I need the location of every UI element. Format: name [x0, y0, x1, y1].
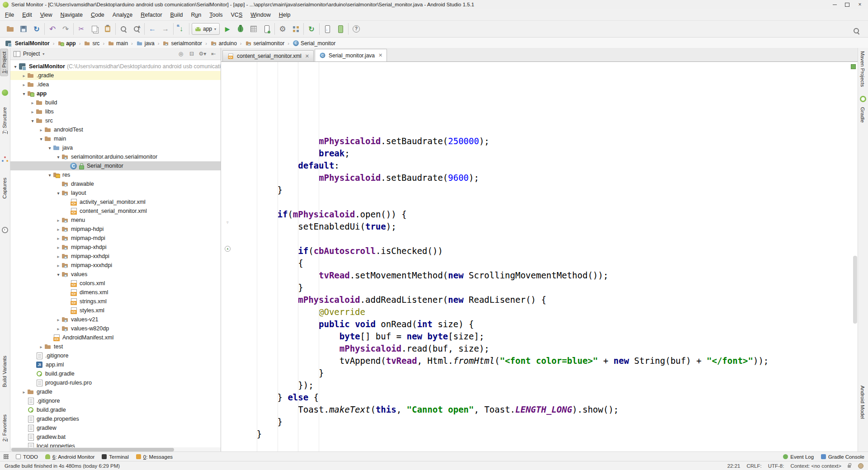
- run-icon[interactable]: ▶: [222, 24, 233, 34]
- undo-icon[interactable]: ↶: [47, 24, 58, 34]
- collapsed-arrow-icon[interactable]: ▸: [21, 390, 27, 395]
- tree-item-strings-xml[interactable]: strings.xml: [10, 297, 221, 306]
- override-gutter-icon[interactable]: ▲: [225, 246, 231, 252]
- project-structure-icon[interactable]: [290, 24, 301, 34]
- tree-item-mipmap-mdpi[interactable]: ▸mipmap-mdpi: [10, 234, 221, 243]
- menu-refactor[interactable]: Refactor: [137, 10, 166, 20]
- menu-navigate[interactable]: Navigate: [57, 10, 87, 20]
- expanded-arrow-icon[interactable]: ▾: [47, 173, 53, 178]
- tree-item-content-serial-monitor-xml[interactable]: content_serial_monitor.xml: [10, 207, 221, 216]
- collapsed-arrow-icon[interactable]: ▸: [55, 326, 61, 331]
- sdk-manager-icon[interactable]: ↓: [322, 24, 333, 34]
- lock-icon[interactable]: [848, 463, 852, 468]
- tool-window-tab-android-model[interactable]: Android Model: [859, 383, 866, 421]
- collapsed-arrow-icon[interactable]: ▸: [55, 227, 61, 232]
- collapsed-arrow-icon[interactable]: ▸: [21, 82, 27, 87]
- tree-item-values-w820dp[interactable]: ▸values-w820dp: [10, 324, 221, 333]
- tree-item-mipmap-xxxhdpi[interactable]: ▸mipmap-xxxhdpi: [10, 261, 221, 270]
- collapsed-arrow-icon[interactable]: ▸: [38, 344, 44, 349]
- tool-window-tab-gradle[interactable]: Gradle: [859, 105, 866, 125]
- maximize-button[interactable]: [841, 0, 854, 9]
- expanded-arrow-icon[interactable]: ▾: [55, 155, 61, 160]
- tool-window-button-terminal[interactable]: Terminal: [102, 454, 128, 460]
- close-button[interactable]: ×: [854, 0, 866, 9]
- android-monitor-green-icon[interactable]: [2, 89, 8, 96]
- tool-window-button-todo[interactable]: TODO: [16, 454, 38, 460]
- cut-icon[interactable]: ✂: [76, 24, 87, 34]
- menu-edit[interactable]: Edit: [18, 10, 36, 20]
- expanded-arrow-icon[interactable]: ▾: [21, 91, 27, 96]
- avd-manager-icon[interactable]: [335, 24, 346, 34]
- menu-vcs[interactable]: VCS: [227, 10, 247, 20]
- breadcrumb-item-serialmonitor[interactable]: serialmonitor: [244, 39, 286, 47]
- tool-window-button-event-log[interactable]: Event Log: [783, 454, 814, 460]
- editor-tab-serial-monitor-java[interactable]: Serial_monitor.java✕: [315, 49, 387, 61]
- tree-item-androidmanifest-xml[interactable]: AndroidManifest.xml: [10, 333, 221, 342]
- tree-item-build-gradle[interactable]: build.gradle: [10, 405, 221, 414]
- copy-icon[interactable]: [89, 24, 100, 34]
- tree-item--gitignore[interactable]: .gitignore: [10, 396, 221, 405]
- back-icon[interactable]: ←: [147, 24, 158, 34]
- tree-item-proguard-rules-pro[interactable]: proguard-rules.pro: [10, 378, 221, 387]
- inspection-status-icon[interactable]: [851, 64, 856, 69]
- tree-item-main[interactable]: ▾main: [10, 134, 221, 143]
- tree-item-gradlew-bat[interactable]: gradlew.bat: [10, 432, 221, 442]
- inspector-icon[interactable]: [858, 463, 863, 469]
- tree-item-src[interactable]: ▾src: [10, 116, 221, 125]
- caret-position[interactable]: 22:21: [727, 463, 741, 469]
- line-separator[interactable]: CRLF:: [746, 463, 761, 469]
- breadcrumb-item-serialmonitor[interactable]: serialmonitor: [161, 39, 203, 47]
- menu-help[interactable]: Help: [275, 10, 295, 20]
- tool-window-tab-captures[interactable]: Captures: [1, 175, 8, 201]
- save-all-icon[interactable]: [18, 24, 29, 34]
- tree-item-mipmap-xhdpi[interactable]: ▸mipmap-xhdpi: [10, 243, 221, 252]
- editor-tab-content-serial-monitor-xml[interactable]: content_serial_monitor.xml✕: [222, 50, 314, 61]
- tree-item-values[interactable]: ▾values: [10, 270, 221, 279]
- tree-item-build[interactable]: ▸build: [10, 98, 221, 107]
- menu-analyze[interactable]: Analyze: [108, 10, 137, 20]
- settings-icon[interactable]: ⚙: [277, 24, 288, 34]
- breadcrumb-item-serial_monitor[interactable]: Serial_monitor: [292, 39, 336, 47]
- find-icon[interactable]: [118, 24, 129, 34]
- run-configuration-select[interactable]: app▾: [192, 23, 220, 35]
- project-pane-title[interactable]: Project: [23, 51, 40, 57]
- debug-icon[interactable]: [235, 24, 246, 34]
- tree-item-gradlew[interactable]: gradlew: [10, 423, 221, 432]
- search-everywhere-icon[interactable]: [851, 25, 862, 36]
- tool-window-button-gradle-console[interactable]: Gradle Console: [821, 454, 864, 460]
- expanded-arrow-icon[interactable]: ▾: [12, 64, 19, 69]
- sync-gradle-icon[interactable]: ↻: [306, 24, 317, 34]
- tree-item-app-iml[interactable]: app.iml: [10, 360, 221, 369]
- tree-item-menu[interactable]: ▸menu: [10, 216, 221, 225]
- tree-item-mipmap-hdpi[interactable]: ▸mipmap-hdpi: [10, 225, 221, 234]
- replace-icon[interactable]: A: [131, 24, 142, 34]
- collapsed-arrow-icon[interactable]: ▸: [29, 109, 36, 114]
- tree-item-colors-xml[interactable]: colors.xml: [10, 279, 221, 288]
- tree-item-gradle[interactable]: ▸gradle: [10, 387, 221, 396]
- menu-build[interactable]: Build: [166, 10, 187, 20]
- collapsed-arrow-icon[interactable]: ▸: [21, 73, 27, 78]
- tree-item-activity-serial-monitor-xml[interactable]: activity_serial_monitor.xml: [10, 197, 221, 207]
- project-pane-dropdown-icon[interactable]: ▾: [42, 52, 44, 56]
- tree-item-libs[interactable]: ▸libs: [10, 107, 221, 116]
- collapsed-arrow-icon[interactable]: ▸: [38, 127, 44, 132]
- tool-window-tab-build-variants[interactable]: Build Variants: [1, 353, 8, 390]
- tool-window-button-0-messages[interactable]: 0: Messages: [136, 454, 173, 460]
- tree-item-dimens-xml[interactable]: dimens.xml: [10, 288, 221, 297]
- breadcrumb-item-serialmonitor[interactable]: SerialMonitor: [4, 39, 51, 47]
- gradle-elephant-icon[interactable]: [860, 96, 866, 102]
- redo-icon[interactable]: ↷: [60, 24, 71, 34]
- collapsed-arrow-icon[interactable]: ▸: [55, 263, 61, 268]
- tree-item-serialmonitor-arduino-serialmonitor[interactable]: ▾serialmonitor.arduino.serialmonitor: [10, 152, 221, 161]
- resource-context[interactable]: Context: <no context>: [790, 463, 841, 469]
- make-project-icon[interactable]: ↓01: [176, 24, 187, 34]
- tool-window-tab-maven-projects[interactable]: Maven Projects: [859, 49, 866, 89]
- tool-window-tab-2-favorites[interactable]: 2: Favorites: [1, 412, 8, 444]
- collapsed-arrow-icon[interactable]: ▸: [29, 100, 36, 105]
- file-encoding[interactable]: UTF-8:: [768, 463, 784, 469]
- tool-window-tab-7-structure[interactable]: 7: Structure: [1, 105, 8, 136]
- menu-code[interactable]: Code: [87, 10, 108, 20]
- expanded-arrow-icon[interactable]: ▾: [47, 146, 53, 150]
- expanded-arrow-icon[interactable]: ▾: [55, 191, 61, 196]
- tree-item-build-gradle[interactable]: build.gradle: [10, 369, 221, 378]
